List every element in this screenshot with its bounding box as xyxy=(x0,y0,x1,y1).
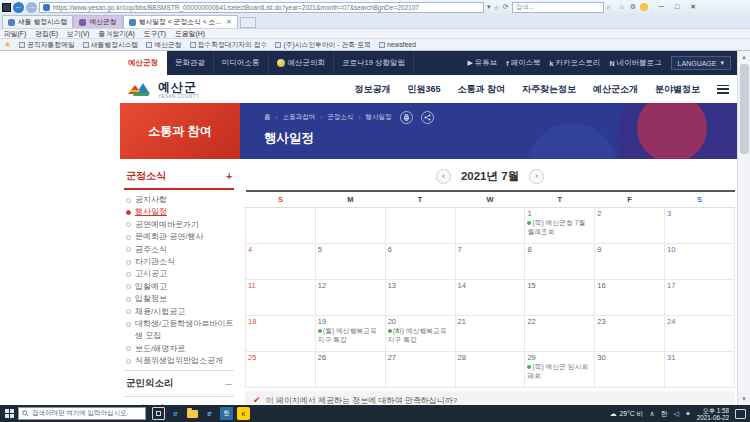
tab-close-icon[interactable]: ✕ xyxy=(226,18,232,26)
calendar-cell[interactable]: 14 xyxy=(455,280,525,316)
sidebar-item-11[interactable]: 보도/해명자료 xyxy=(126,343,234,355)
calendar-cell[interactable]: 11 xyxy=(246,280,316,316)
sidebar-item-6[interactable]: 고시공고 xyxy=(126,268,234,280)
new-tab-button[interactable] xyxy=(240,17,256,28)
menu-item-0[interactable]: 파일(F) xyxy=(4,29,26,39)
utility-tab-2[interactable]: 미디어소통 xyxy=(214,51,269,75)
url-dropdown-icon[interactable]: ▾ xyxy=(486,3,492,11)
taskbar-search-input[interactable]: 검색하려면 여기에 입력하십시오. xyxy=(18,407,146,420)
calendar-event[interactable]: (목) 예산군청 7월 월례조회 xyxy=(527,219,592,236)
favorites-bar-star-icon[interactable]: ★ xyxy=(4,40,11,49)
sidebar-item-2[interactable]: 공연예매바로가기 xyxy=(126,219,234,231)
calendar-cell[interactable]: 24 xyxy=(665,316,735,352)
utility-tab-0[interactable]: 예산군청 xyxy=(120,51,167,75)
utility-tab-3[interactable]: 예산군의회 xyxy=(269,51,335,75)
forward-button[interactable]: → xyxy=(26,2,37,13)
sidebar-item-10[interactable]: 대학생/고등학생아르바이트생 모집 xyxy=(126,318,234,343)
search-icon[interactable]: ⌕ xyxy=(606,3,612,11)
favorite-item-1[interactable]: 새올행정시스템 xyxy=(83,40,139,50)
calendar-cell[interactable]: 4 xyxy=(246,244,316,280)
calendar-cell[interactable]: 13 xyxy=(385,280,455,316)
calendar-cell[interactable]: 23 xyxy=(595,316,665,352)
calendar-prev-button[interactable]: ‹ xyxy=(436,169,451,184)
calendar-cell[interactable]: 18 xyxy=(246,316,316,352)
calendar-cell[interactable]: 26 xyxy=(315,352,385,388)
calendar-cell[interactable]: 3 xyxy=(665,208,735,244)
start-button[interactable] xyxy=(0,405,18,422)
favorites-star-icon[interactable]: ☆ xyxy=(618,3,626,11)
sidebar-item-12[interactable]: 식품위생업위반업소공개 xyxy=(126,355,234,367)
kakao-app-icon[interactable]: K xyxy=(237,407,250,420)
calendar-cell[interactable]: 17 xyxy=(665,280,735,316)
calendar-cell[interactable]: 12 xyxy=(315,280,385,316)
favorite-item-3[interactable]: 접수확정대기자의 접수 xyxy=(190,40,268,50)
back-button[interactable]: ← xyxy=(13,2,24,13)
task-view-icon[interactable] xyxy=(152,407,165,420)
calendar-cell[interactable]: 9 xyxy=(595,244,665,280)
maximize-button[interactable]: □ xyxy=(672,3,682,11)
calendar-cell[interactable]: 22 xyxy=(525,316,595,352)
sidebar-item-3[interactable]: 문예회관 공연/행사 xyxy=(126,231,234,243)
clock[interactable]: 오후 1:58 2021-06-22 xyxy=(697,407,729,421)
favorite-item-5[interactable]: newsfeed xyxy=(379,41,416,48)
edge-icon[interactable]: e xyxy=(169,407,182,420)
calendar-cell[interactable]: 20(화) 예산행복교육지구 특강 xyxy=(385,316,455,352)
weather-widget[interactable]: ☁ 29°C 비 xyxy=(610,409,644,419)
menu-item-5[interactable]: 도움말(H) xyxy=(175,29,205,39)
scroll-up-icon[interactable]: ▲ xyxy=(738,51,750,63)
sidebar-item-0[interactable]: 공지사항 xyxy=(126,194,234,206)
calendar-next-button[interactable]: › xyxy=(529,169,544,184)
calendar-event[interactable]: (월) 예산행복교육지구 특강 xyxy=(318,327,383,344)
sidebar-group-header[interactable]: 군정소식 + xyxy=(124,167,234,190)
browser-search-input[interactable]: 검색... xyxy=(512,2,604,13)
calendar-cell[interactable]: 27 xyxy=(385,352,455,388)
sidebar-item-5[interactable]: 타기관소식 xyxy=(126,256,234,268)
print-icon[interactable] xyxy=(400,111,413,124)
sidebar-item-7[interactable]: 입찰예고 xyxy=(126,281,234,293)
language-select[interactable]: LANGUAGE▾ xyxy=(671,56,731,70)
calendar-cell[interactable]: 10 xyxy=(665,244,735,280)
nav-item-2[interactable]: 소통과 참여 xyxy=(457,83,505,96)
menu-item-2[interactable]: 보기(V) xyxy=(67,29,90,39)
favorite-item-2[interactable]: 예산군청 xyxy=(146,40,181,50)
calendar-cell[interactable]: 7 xyxy=(455,244,525,280)
nav-item-5[interactable]: 분야별정보 xyxy=(655,83,700,96)
sidebar-item-4[interactable]: 금주소식 xyxy=(126,244,234,256)
calendar-cell[interactable]: 16 xyxy=(595,280,665,316)
breadcrumb-item-3[interactable]: 행사일정 xyxy=(366,113,392,122)
page-scrollbar[interactable]: ▲ ▼ xyxy=(737,51,750,405)
file-explorer-icon[interactable] xyxy=(186,407,199,420)
menu-item-4[interactable]: 도구(T) xyxy=(144,29,166,39)
sns-link-2[interactable]: k카카오스토리 xyxy=(550,58,601,68)
calendar-cell[interactable]: 28 xyxy=(455,352,525,388)
sns-link-3[interactable]: N네이버블로그 xyxy=(610,58,662,68)
breadcrumb-item-1[interactable]: 소통과참여 xyxy=(283,113,316,122)
share-icon[interactable] xyxy=(421,111,434,124)
sidebar-item-9[interactable]: 채용/시험공고 xyxy=(126,306,234,318)
sidebar-section-0[interactable]: 군민의소리─ xyxy=(124,370,234,396)
internet-explorer-icon[interactable]: e xyxy=(203,407,216,420)
notification-center-icon[interactable] xyxy=(735,409,746,419)
nav-item-3[interactable]: 자주찾는정보 xyxy=(522,83,576,96)
minimize-button[interactable]: ─ xyxy=(656,3,666,11)
settings-gear-icon[interactable]: ⚙ xyxy=(629,3,637,11)
volume-icon[interactable]: ◁ xyxy=(674,410,679,418)
scrollbar-thumb[interactable] xyxy=(740,64,749,154)
compatibility-icon[interactable]: ⌂ xyxy=(494,4,500,11)
url-bar[interactable]: https://www.yesan.go.kr/cop/bbs/BBSMSTR_… xyxy=(39,2,484,13)
menu-item-3[interactable]: 즐겨찾기(A) xyxy=(99,29,135,39)
close-button[interactable]: ✕ xyxy=(688,3,698,11)
calendar-cell[interactable]: 8 xyxy=(525,244,595,280)
calendar-cell[interactable]: 31 xyxy=(665,352,735,388)
calendar-event[interactable]: (화) 예산행복교육지구 특강 xyxy=(388,327,453,344)
browser-tab-2[interactable]: 행사일정 < 군정소식 < 소...✕ xyxy=(123,15,238,28)
feedback-smiley-icon[interactable] xyxy=(640,3,648,11)
calendar-cell[interactable]: 2 xyxy=(595,208,665,244)
sidebar-item-1[interactable]: 행사일정 xyxy=(126,206,234,218)
calendar-cell[interactable]: 15 xyxy=(525,280,595,316)
browser-tab-0[interactable]: 새올 행정시스템 xyxy=(2,15,73,28)
sns-link-1[interactable]: f페이스북 xyxy=(506,58,540,68)
collapse-toggle-icon[interactable]: ─ xyxy=(225,378,232,389)
sidebar-group-toggle-icon[interactable]: + xyxy=(226,171,232,182)
nav-item-4[interactable]: 예산군소개 xyxy=(593,83,638,96)
